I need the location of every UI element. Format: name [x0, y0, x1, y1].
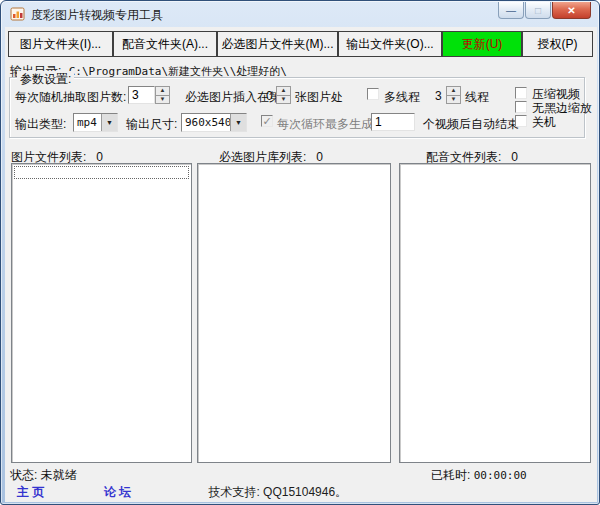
window-controls: — □ ✕ — [498, 2, 591, 19]
pick-count-input[interactable] — [128, 86, 155, 104]
app-window: 度彩图片转视频专用工具 — □ ✕ 图片文件夹(I)... 配音文件夹(A)..… — [0, 0, 600, 505]
client-area: 图片文件夹(I)... 配音文件夹(A)... 必选图片文件夹(M)... 输出… — [5, 27, 597, 502]
loop-limit-input[interactable] — [371, 113, 415, 131]
audio-list-label: 配音文件列表: — [426, 150, 501, 164]
image-file-listbox[interactable] — [11, 163, 192, 463]
output-type-select[interactable]: mp4 ▼ — [73, 113, 118, 132]
chevron-down-icon[interactable]: ▼ — [230, 114, 246, 131]
required-list-label: 必选图片库列表: — [219, 150, 306, 164]
status-label: 状态: — [10, 468, 37, 482]
footer-links: 主 页 论 坛 技术支持: QQ15104946。 — [17, 484, 347, 501]
multithread-label[interactable]: 多线程 — [384, 89, 420, 106]
elapsed-time: 已耗时: 00:00:00 — [431, 467, 527, 484]
close-icon[interactable]: ✕ — [552, 2, 591, 19]
home-link[interactable]: 主 页 — [17, 485, 44, 499]
shutdown-label[interactable]: 关机 — [532, 114, 556, 131]
parameters-legend: 参数设置: — [17, 71, 74, 88]
image-list-count: 0 — [96, 150, 103, 164]
image-folder-button[interactable]: 图片文件夹(I)... — [8, 31, 113, 57]
output-size-select[interactable]: 960x540 ▼ — [181, 113, 247, 132]
status-row: 状态: 未就绪 — [10, 467, 77, 484]
loop-limit-suffix: 个视频后自动结束 — [423, 116, 519, 133]
minimize-icon[interactable]: — — [498, 2, 524, 19]
audio-file-listbox[interactable] — [399, 163, 591, 463]
spinner-down-icon[interactable]: ▼ — [446, 96, 461, 105]
output-folder-button[interactable]: 输出文件夹(O)... — [338, 31, 442, 57]
spinner-down-icon[interactable]: ▼ — [276, 96, 291, 105]
required-image-listbox[interactable] — [197, 163, 391, 463]
pick-count-spinner[interactable]: ▲▼ — [155, 86, 170, 104]
elapsed-value: 00:00:00 — [474, 469, 527, 482]
maximize-icon[interactable]: □ — [525, 2, 551, 19]
output-size-label: 输出尺寸: — [126, 116, 177, 133]
shutdown-checkbox[interactable] — [515, 115, 527, 127]
elapsed-label: 已耗时: — [431, 468, 470, 482]
compress-video-checkbox[interactable] — [515, 87, 527, 99]
update-button[interactable]: 更新(U) — [442, 31, 522, 57]
thread-count-value: 3 — [435, 89, 442, 103]
spinner-up-icon[interactable]: ▲ — [446, 86, 461, 96]
focused-empty-item[interactable] — [14, 166, 189, 179]
titlebar[interactable]: 度彩图片转视频专用工具 — □ ✕ — [1, 1, 599, 27]
image-list-label: 图片文件列表: — [11, 150, 86, 164]
pick-count-label: 每次随机抽取图片数: — [15, 89, 126, 106]
app-icon — [10, 6, 26, 22]
output-size-value: 960x540 — [185, 116, 231, 129]
output-type-label: 输出类型: — [15, 116, 66, 133]
license-button[interactable]: 授权(P) — [522, 31, 593, 57]
spinner-up-icon[interactable]: ▲ — [155, 86, 170, 96]
no-black-border-checkbox[interactable] — [515, 101, 527, 113]
window-title: 度彩图片转视频专用工具 — [31, 7, 163, 24]
multithread-checkbox[interactable] — [367, 88, 379, 100]
insert-position-spinner[interactable]: ▲▼ — [276, 86, 291, 104]
support-text: 技术支持: QQ15104946。 — [208, 485, 347, 499]
insert-position-value: 0 — [266, 89, 273, 103]
chevron-down-icon[interactable]: ▼ — [101, 114, 117, 131]
required-list-count: 0 — [316, 150, 323, 164]
loop-limit-label: 每次循环最多生成 — [277, 116, 373, 133]
audio-folder-button[interactable]: 配音文件夹(A)... — [113, 31, 217, 57]
output-type-value: mp4 — [77, 116, 97, 129]
spinner-down-icon[interactable]: ▼ — [155, 96, 170, 105]
insert-position-suffix: 张图片处 — [295, 89, 343, 106]
forum-link[interactable]: 论 坛 — [104, 485, 131, 499]
status-value: 未就绪 — [41, 468, 77, 482]
required-image-folder-button[interactable]: 必选图片文件夹(M)... — [217, 31, 338, 57]
thread-count-spinner[interactable]: ▲▼ — [446, 86, 461, 104]
loop-limit-checkbox: ✓ — [261, 115, 273, 127]
spinner-up-icon[interactable]: ▲ — [276, 86, 291, 96]
thread-suffix-label: 线程 — [465, 89, 489, 106]
audio-list-count: 0 — [511, 150, 518, 164]
